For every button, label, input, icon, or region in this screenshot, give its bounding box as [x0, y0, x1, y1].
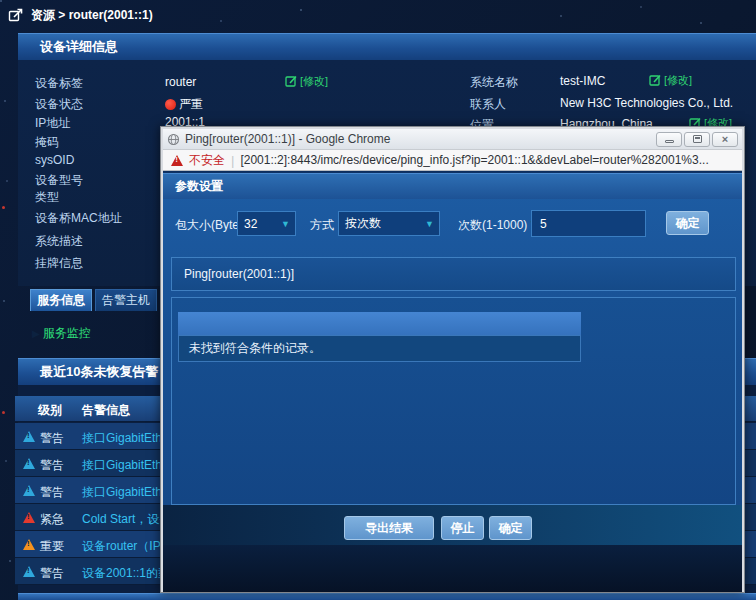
field-label: 挂牌信息	[35, 255, 83, 272]
chrome-globe-icon	[167, 133, 180, 146]
ping-result-header: Ping[router(2001::1)]	[171, 257, 736, 291]
play-arrow-icon: ▶	[32, 328, 40, 339]
alarm-level: 警告	[40, 484, 64, 501]
param-ok-button[interactable]: 确定	[666, 211, 709, 235]
breadcrumb-text: 资源 > router(2001::1)	[31, 7, 153, 24]
packet-size-label: 包大小(Byte)	[175, 217, 243, 234]
ping-result-box: 未找到符合条件的记录。	[171, 297, 736, 505]
warning-triangle-icon	[23, 431, 35, 442]
warning-triangle-icon	[23, 458, 35, 469]
tab-service-info[interactable]: 服务信息	[30, 289, 92, 311]
device-row-sysname: 系统名称 test-IMC [修改]	[18, 71, 756, 91]
field-label: 联系人	[470, 96, 506, 113]
stop-button[interactable]: 停止	[441, 516, 484, 540]
resource-icon	[8, 7, 24, 23]
device-row-contact: 联系人 New H3C Technologies Co., Ltd.	[18, 93, 756, 113]
tab-label: 服务信息	[37, 292, 85, 309]
field-label: sysOID	[35, 153, 74, 167]
popup-page-content: 参数设置 包大小(Byte) 32 ▼ 方式 按次数 ▼ 次数(1-1000) …	[163, 171, 742, 592]
no-records-row: 未找到符合条件的记录。	[178, 335, 581, 362]
edit-icon	[649, 74, 662, 87]
field-label: 系统名称	[470, 74, 518, 91]
ping-result-title: Ping[router(2001::1)]	[184, 267, 294, 281]
alarm-level: 重要	[40, 538, 64, 555]
major-triangle-icon	[23, 539, 35, 550]
warning-triangle-icon	[23, 485, 35, 496]
not-secure-label: 不安全	[189, 152, 225, 169]
popup-footer: 导出结果 停止 确定	[163, 505, 742, 545]
critical-triangle-icon	[23, 512, 35, 523]
minimize-button[interactable]	[656, 132, 682, 147]
field-value: test-IMC	[560, 74, 605, 88]
warning-triangle-icon	[23, 566, 35, 577]
popup-bottom-area	[163, 545, 742, 592]
export-results-button[interactable]: 导出结果	[344, 516, 434, 540]
restore-icon	[693, 135, 702, 143]
param-settings-title: 参数设置	[175, 178, 223, 195]
tab-alarm-host[interactable]: 告警主机	[95, 289, 157, 311]
popup-title: Ping[router(2001::1)] - Google Chrome	[185, 132, 656, 146]
minimize-icon	[665, 140, 674, 143]
breadcrumb[interactable]: 资源 > router(2001::1)	[0, 0, 756, 30]
field-value: New H3C Technologies Co., Ltd.	[560, 96, 733, 110]
popup-titlebar[interactable]: Ping[router(2001::1)] - Google Chrome ×	[163, 129, 742, 149]
close-icon: ×	[722, 134, 728, 145]
result-table-header	[178, 312, 581, 335]
button-label: 导出结果	[365, 520, 413, 537]
device-detail-title: 设备详细信息	[40, 38, 118, 56]
alarm-level: 警告	[40, 457, 64, 474]
ping-popup-window: Ping[router(2001::1)] - Google Chrome × …	[160, 126, 745, 593]
close-button[interactable]: ×	[712, 132, 738, 147]
url-text: [2001::2]:8443/imc/res/device/ping_info.…	[240, 153, 708, 167]
edit-link-text: [修改]	[664, 73, 692, 88]
tab-label: 告警主机	[102, 292, 150, 309]
service-monitor-label: 服务监控	[43, 325, 91, 342]
service-monitor-link[interactable]: ▶ 服务监控	[32, 325, 91, 342]
recent-alarms-title: 最近10条未恢复告警	[40, 363, 158, 381]
ok-button[interactable]: 确定	[489, 516, 532, 540]
column-level: 级别	[38, 402, 62, 419]
param-settings-header: 参数设置	[163, 173, 742, 199]
chevron-down-icon: ▼	[425, 219, 434, 229]
field-label: 类型	[35, 189, 59, 206]
packet-size-select[interactable]: 32 ▼	[237, 211, 296, 236]
alarm-message-link[interactable]: 设备2001::1的型	[82, 565, 170, 582]
address-separator: |	[231, 153, 234, 168]
restore-button[interactable]	[684, 132, 710, 147]
count-label: 次数(1-1000) *	[458, 217, 535, 234]
alarm-level: 警告	[40, 565, 64, 582]
address-bar[interactable]: 不安全 | [2001::2]:8443/imc/res/device/ping…	[163, 149, 742, 171]
button-label: 停止	[451, 520, 475, 537]
count-input[interactable]: 5	[531, 210, 646, 237]
button-label: 确定	[676, 215, 700, 232]
field-label: 设备桥MAC地址	[35, 210, 122, 227]
not-secure-warning-icon	[171, 155, 183, 166]
button-label: 确定	[499, 520, 523, 537]
next-section-header-bar	[18, 593, 756, 600]
mode-value: 按次数	[345, 215, 381, 232]
alarm-level: 警告	[40, 430, 64, 447]
field-label: 系统描述	[35, 233, 83, 250]
alarm-level: 紧急	[40, 511, 64, 528]
field-label: 掩码	[35, 134, 59, 151]
no-records-text: 未找到符合条件的记录。	[189, 340, 321, 357]
chevron-down-icon: ▼	[281, 219, 290, 229]
device-detail-header: 设备详细信息	[18, 33, 756, 60]
background-red-dots	[2, 206, 5, 209]
packet-size-value: 32	[244, 217, 257, 231]
column-message: 告警信息	[82, 402, 130, 419]
mode-label: 方式	[310, 217, 334, 234]
mode-select[interactable]: 按次数 ▼	[338, 211, 440, 236]
alarm-message-link[interactable]: Cold Start，设备	[82, 511, 171, 528]
count-value: 5	[540, 217, 547, 231]
edit-sysname-link[interactable]: [修改]	[649, 73, 692, 88]
